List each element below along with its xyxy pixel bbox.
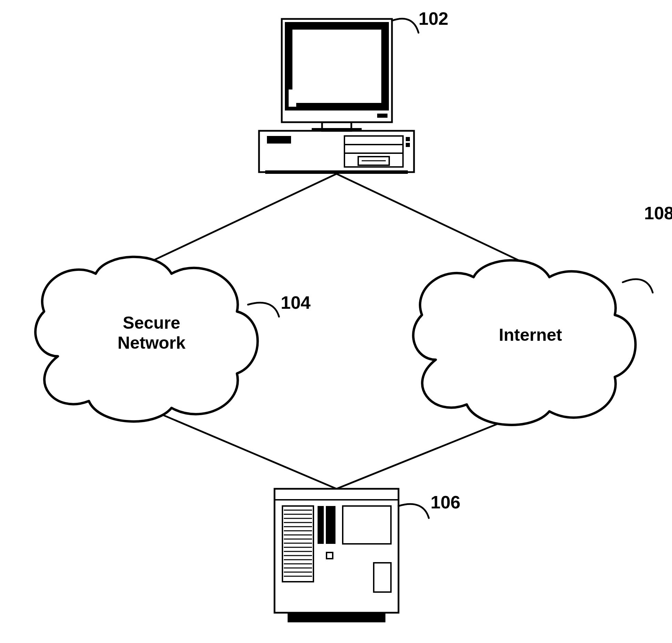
- callout-leaders: [0, 0, 672, 643]
- diagram-stage: 102 104 106 108 Secure Network Internet: [0, 0, 672, 643]
